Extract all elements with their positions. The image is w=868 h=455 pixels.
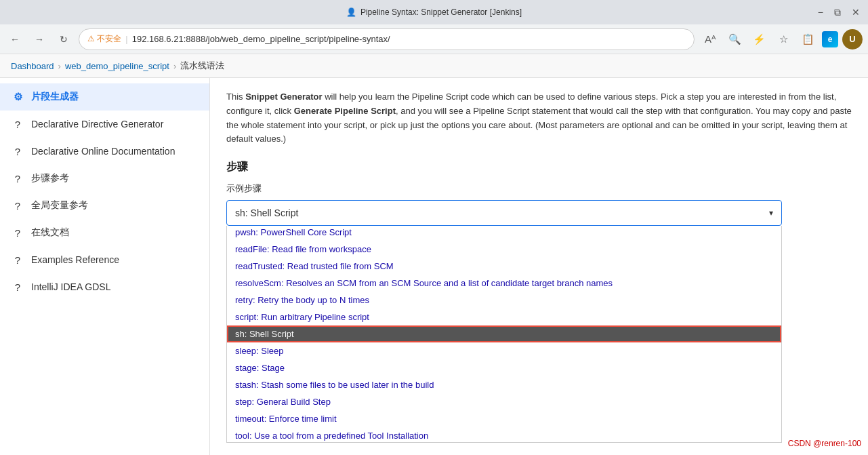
intro-text: This Snippet Generator will help you lea… [226, 90, 852, 146]
dropdown-container: sh: Shell Script ▾ milestone: The milest… [226, 200, 782, 443]
forward-button[interactable]: → [30, 30, 49, 49]
section-title: 步骤 [226, 160, 852, 174]
sidebar-item-examples-reference[interactable]: ? Examples Reference [0, 246, 209, 273]
breadcrumb-pipeline[interactable]: web_demo_pipeline_script [65, 61, 169, 71]
sidebar-label-online-docs: 在线文档 [31, 226, 69, 239]
favicon: 👤 [346, 7, 356, 17]
restore-button[interactable]: ⧉ [834, 7, 841, 18]
sidebar-item-online-docs[interactable]: ? 在线文档 [0, 219, 209, 246]
list-item[interactable]: script: Run arbitrary Pipeline script [227, 309, 781, 325]
list-item[interactable]: tool: Use a tool from a predefined Tool … [227, 427, 781, 443]
address-bar[interactable]: ⚠ 不安全 | 192.168.6.21:8888/job/web_demo_p… [79, 28, 695, 50]
profile-avatar[interactable]: U [842, 29, 863, 50]
sidebar-label-intellij-gdsl: IntelliJ IDEA GDSL [31, 281, 111, 292]
reload-button[interactable]: ↻ [54, 30, 73, 49]
sidebar-label-declarative-directive: Declarative Directive Generator [31, 119, 163, 130]
read-mode-button[interactable]: Aᴬ [700, 29, 720, 50]
question-icon-1: ? [11, 117, 24, 131]
list-item[interactable]: pwsh: PowerShell Core Script [227, 226, 781, 241]
question-icon-4: ? [11, 199, 24, 212]
toolbar-actions: Aᴬ 🔍 ⚡ ☆ 📋 e U [700, 29, 863, 50]
sidebar-item-intellij-gdsl[interactable]: ? IntelliJ IDEA GDSL [0, 273, 209, 300]
question-icon-7: ? [11, 280, 24, 294]
sidebar-item-declarative-directive[interactable]: ? Declarative Directive Generator [0, 111, 209, 138]
intro-bold-2: Generate Pipeline Script [294, 106, 396, 116]
sidebar-item-global-variables[interactable]: ? 全局变量参考 [0, 192, 209, 219]
breadcrumb-dashboard[interactable]: Dashboard [11, 61, 54, 71]
question-icon-2: ? [11, 144, 24, 158]
list-item[interactable]: readFile: Read file from workspace [227, 241, 781, 258]
dropdown-list[interactable]: milestone: The milestone step forces all… [226, 226, 782, 443]
back-button[interactable]: ← [5, 30, 24, 49]
security-warning: ⚠ 不安全 [87, 33, 121, 45]
sidebar-label-steps-reference: 步骤参考 [31, 172, 69, 184]
question-icon-6: ? [11, 253, 24, 266]
gear-icon: ⚙ [11, 90, 24, 104]
extensions-button[interactable]: ⚡ [749, 29, 769, 50]
browser-titlebar: 👤 Pipeline Syntax: Snippet Generator [Je… [0, 0, 868, 24]
content-area: This Snippet Generator will help you lea… [210, 78, 868, 455]
list-item[interactable]: sleep: Sleep [227, 342, 781, 359]
sub-label: 示例步骤 [226, 182, 852, 195]
browser-toolbar: ← → ↻ ⚠ 不安全 | 192.168.6.21:8888/job/web_… [0, 24, 868, 54]
search-button[interactable]: 🔍 [724, 29, 745, 50]
window-controls: − ⧉ ✕ [818, 7, 860, 18]
sidebar-label-snippet-generator: 片段生成器 [31, 91, 79, 103]
window-title: Pipeline Syntax: Snippet Generator [Jenk… [360, 7, 522, 17]
address-separator: | [125, 34, 127, 44]
list-item[interactable]: retry: Retry the body up to N times [227, 292, 781, 309]
breadcrumb-current: 流水线语法 [180, 60, 224, 72]
close-button[interactable]: ✕ [852, 7, 860, 18]
list-item[interactable]: readTrusted: Read trusted file from SCM [227, 258, 781, 275]
dropdown-header[interactable]: sh: Shell Script ▾ [226, 200, 782, 226]
breadcrumb: Dashboard › web_demo_pipeline_script › 流… [0, 54, 868, 78]
chevron-down-icon: ▾ [769, 208, 773, 218]
list-item[interactable]: timeout: Enforce time limit [227, 410, 781, 427]
question-icon-3: ? [11, 172, 24, 185]
favorites-button[interactable]: ☆ [773, 29, 793, 50]
url-text: 192.168.6.21:8888/job/web_demo_pipeline_… [132, 34, 390, 44]
watermark: CSDN @renren-100 [788, 439, 861, 448]
window-title-area: 👤 Pipeline Syntax: Snippet Generator [Je… [346, 7, 522, 17]
minimize-button[interactable]: − [818, 7, 823, 18]
list-item[interactable]: stage: Stage [227, 359, 781, 376]
sidebar-label-examples-reference: Examples Reference [31, 254, 119, 265]
list-item[interactable]: stash: Stash some files to be used later… [227, 376, 781, 393]
list-item[interactable]: sh: Shell Script [227, 325, 781, 342]
list-item[interactable]: step: General Build Step [227, 393, 781, 410]
question-icon-5: ? [11, 226, 24, 239]
sidebar: ⚙ 片段生成器 ? Declarative Directive Generato… [0, 78, 210, 455]
edge-icon: e [822, 31, 838, 47]
sidebar-item-snippet-generator[interactable]: ⚙ 片段生成器 [0, 83, 209, 111]
breadcrumb-sep-1: › [58, 61, 61, 71]
sidebar-item-declarative-online[interactable]: ? Declarative Online Documentation [0, 138, 209, 165]
intro-bold-1: Snippet Generator [245, 92, 322, 102]
sidebar-label-global-variables: 全局变量参考 [31, 199, 88, 212]
list-item[interactable]: resolveScm: Resolves an SCM from an SCM … [227, 275, 781, 292]
dropdown-selected-value: sh: Shell Script [235, 207, 298, 218]
main-layout: ⚙ 片段生成器 ? Declarative Directive Generato… [0, 78, 868, 455]
sidebar-label-declarative-online: Declarative Online Documentation [31, 146, 175, 157]
collections-button[interactable]: 📋 [798, 29, 818, 50]
sidebar-item-steps-reference[interactable]: ? 步骤参考 [0, 165, 209, 192]
breadcrumb-sep-2: › [173, 61, 176, 71]
